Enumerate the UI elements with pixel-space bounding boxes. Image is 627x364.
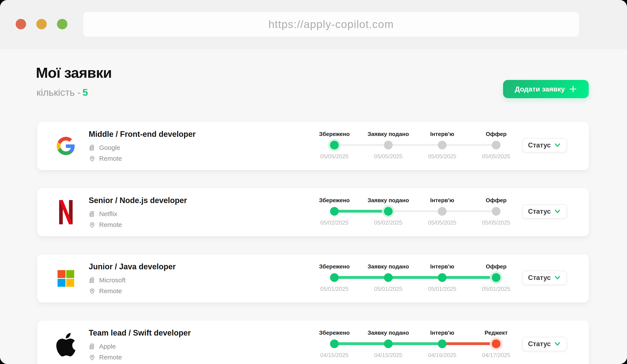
timeline: Збережено05/02/2025Заявку подано05/02/20… (308, 188, 523, 236)
status-dropdown-button[interactable]: Статус (522, 138, 567, 152)
chevron-down-icon (554, 142, 561, 148)
building-icon (89, 277, 96, 284)
timeline-step-date: 05/01/2025 (320, 286, 349, 292)
timeline-step-date: 04/15/2025 (320, 352, 349, 359)
company-row: Netflix (89, 210, 117, 218)
status-button-label: Статус (528, 208, 551, 216)
location-icon (89, 155, 96, 162)
timeline-step-dot (384, 207, 393, 216)
job-location: Remote (99, 287, 122, 295)
job-location: Remote (99, 354, 122, 361)
company-name: Google (99, 144, 120, 151)
browser-window: https://apply-copilot.com Мої заявки кіл… (0, 0, 627, 364)
company-name: Apple (99, 343, 116, 350)
company-row: Microsoft (89, 276, 126, 284)
company-name: Netflix (99, 210, 117, 218)
timeline-step-label: Інтерв'ю (430, 197, 454, 204)
timeline-step-date: 05/05/2025 (374, 153, 402, 160)
url-text: https://apply-copilot.com (268, 18, 394, 31)
timeline-step-date: 05/05/2025 (320, 153, 349, 160)
timeline-step-dot (330, 141, 339, 149)
browser-chrome: https://apply-copilot.com (0, 0, 627, 49)
timeline-segment (388, 210, 442, 212)
timeline-step-date: 05/05/2025 (482, 219, 510, 226)
timeline: Збережено04/15/2025Заявку подано04/15/20… (308, 320, 523, 364)
timeline-segment (442, 210, 496, 212)
status-dropdown-button[interactable]: Статус (522, 271, 567, 285)
status-button-label: Статус (528, 274, 551, 282)
timeline-step-dot (330, 207, 339, 216)
chevron-down-icon (554, 341, 561, 347)
job-title: Junior / Java developer (89, 262, 176, 271)
address-bar[interactable]: https://apply-copilot.com (83, 12, 579, 37)
timeline-step-dot (330, 273, 339, 282)
job-title: Middle / Front-end developer (89, 130, 196, 139)
timeline-step-label: Реджект (485, 329, 508, 336)
timeline-segment (334, 342, 388, 345)
applications-count: кількість -5 (37, 87, 88, 98)
timeline-step-label: Збережено (319, 329, 350, 336)
timeline-step-dot (384, 339, 393, 348)
page-content: Мої заявки кількість -5 Додати заявку Mi… (0, 49, 627, 364)
timeline-segment (442, 144, 496, 146)
timeline-segment (388, 276, 442, 279)
status-dropdown-button[interactable]: Статус (522, 337, 567, 351)
page-title: Мої заявки (36, 64, 112, 81)
timeline-segment (442, 276, 496, 279)
timeline-step-label: Заявку подано (368, 197, 409, 204)
timeline-step-date: 05/01/2025 (482, 286, 510, 292)
timeline-segment (334, 144, 388, 146)
count-value: 5 (82, 87, 88, 98)
maximize-window-button[interactable] (57, 19, 67, 29)
timeline-step-dot (492, 339, 500, 348)
status-dropdown-button[interactable]: Статус (522, 204, 567, 219)
application-card: Middle / Front-end developer Google Remo… (37, 122, 589, 170)
timeline-step-label: Заявку подано (368, 131, 409, 137)
building-icon (89, 343, 96, 350)
timeline-step-dot (492, 273, 500, 282)
application-card: Junior / Java developer Microsoft Remote… (37, 254, 589, 303)
timeline: Збережено05/05/2025Заявку подано05/05/20… (308, 122, 523, 170)
window-controls (16, 19, 67, 29)
timeline-segment (334, 276, 388, 279)
job-title: Team lead / Swift developer (89, 328, 191, 337)
timeline-step-dot (438, 273, 447, 282)
chevron-down-icon (554, 208, 561, 215)
timeline-step-date: 04/15/2025 (374, 352, 402, 359)
timeline-step-label: Інтерв'ю (430, 263, 454, 270)
timeline-step-dot (438, 207, 447, 216)
company-name: Microsoft (99, 276, 126, 284)
timeline-step-dot (384, 141, 393, 149)
timeline-segment (388, 342, 442, 345)
add-application-button[interactable]: Додати заявку (503, 80, 589, 98)
timeline-step-date: 04/17/2025 (482, 352, 510, 359)
timeline-step-label: Інтерв'ю (430, 329, 454, 336)
chevron-down-icon (554, 274, 561, 281)
timeline-step-label: Інтерв'ю (430, 131, 454, 137)
location-icon (89, 221, 96, 228)
plus-icon (569, 85, 577, 93)
timeline-step-label: Оффер (486, 263, 507, 270)
timeline-step-dot (330, 339, 339, 348)
location-row: Remote (89, 221, 122, 228)
location-row: Remote (89, 155, 122, 162)
minimize-window-button[interactable] (36, 19, 47, 29)
timeline-step-dot (492, 141, 500, 149)
timeline-step-label: Збережено (319, 131, 350, 137)
close-window-button[interactable] (16, 19, 26, 29)
applications-list: Middle / Front-end developer Google Remo… (37, 122, 589, 364)
timeline-segment (334, 210, 388, 213)
status-button-label: Статус (528, 141, 551, 149)
location-row: Remote (89, 354, 122, 361)
building-icon (89, 144, 96, 151)
timeline-segment (388, 144, 442, 146)
timeline-step-dot (438, 339, 447, 348)
status-button-label: Статус (528, 340, 551, 348)
timeline-step-date: 05/05/2025 (428, 153, 456, 160)
job-title: Senior / Node.js developer (89, 196, 187, 205)
timeline-step-date: 05/01/2025 (428, 286, 456, 292)
timeline-step-date: 05/05/2025 (482, 153, 510, 160)
job-location: Remote (99, 221, 122, 228)
company-logo (56, 122, 76, 170)
timeline-step-label: Збережено (319, 263, 350, 270)
